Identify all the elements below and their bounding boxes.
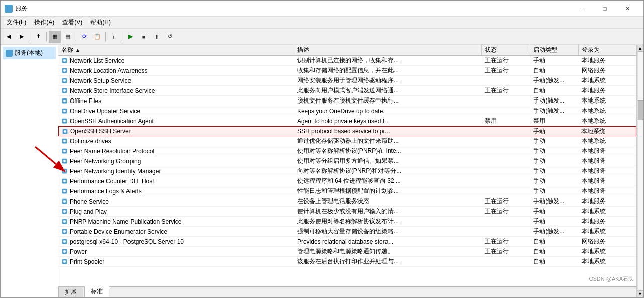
sidebar-item-label: 服务(本地) xyxy=(15,49,43,57)
menu-view[interactable]: 查看(V) xyxy=(58,17,86,28)
toolbar-stop[interactable]: ■ xyxy=(138,31,150,43)
col-header-desc[interactable]: 描述 xyxy=(294,45,482,55)
toolbar-back[interactable]: ◀ xyxy=(3,31,15,43)
scroll-up-btn[interactable]: ▲ xyxy=(637,45,644,52)
td-name: Performance Counter DLL Host xyxy=(58,176,294,186)
maximize-button[interactable]: □ xyxy=(593,1,616,17)
table-row[interactable]: Network Store Interface Service 此服务向用户模式… xyxy=(58,86,636,96)
td-startup: 手动 xyxy=(530,146,578,156)
td-startup: 手动 xyxy=(530,207,578,216)
services-icon xyxy=(6,50,13,57)
scroll-down-btn[interactable]: ▼ xyxy=(637,290,644,297)
toolbar-pause[interactable]: ⏸ xyxy=(151,31,163,43)
td-status xyxy=(482,227,530,236)
table-row[interactable]: OpenSSH SSH Server SSH protocol based se… xyxy=(58,126,636,136)
menu-action[interactable]: 操作(A) xyxy=(30,17,58,28)
td-login: 本地系统 xyxy=(579,76,636,85)
window-title: 服务 xyxy=(16,4,28,13)
td-name: OpenSSH Authentication Agent xyxy=(58,116,294,126)
table-row[interactable]: Performance Counter DLL Host 使远程程序和 64 位… xyxy=(58,176,636,186)
table-row[interactable]: Network Location Awareness 收集和存储网络的配置信息，… xyxy=(58,66,636,76)
td-startup: 手动 xyxy=(530,166,578,176)
toolbar-play[interactable]: ▶ xyxy=(124,31,137,43)
toolbar-separator-1 xyxy=(30,32,30,41)
menu-help[interactable]: 帮助(H) xyxy=(86,17,115,28)
table-row[interactable]: Plug and Play 使计算机在极少或没有用户输入的情... 正在运行 手… xyxy=(58,207,636,217)
table-body[interactable]: Network List Service 识别计算机已连接的网络，收集和存...… xyxy=(58,56,636,286)
table-row[interactable]: Offline Files 脱机文件服务在脱机文件缓存中执行... 手动(触发.… xyxy=(58,96,636,106)
toolbar-forward[interactable]: ▶ xyxy=(16,31,28,43)
tab-standard[interactable]: 标准 xyxy=(84,286,109,297)
td-name: Phone Service xyxy=(58,196,294,206)
table-row[interactable]: postgresql-x64-10 - PostgreSQL Server 10… xyxy=(58,237,636,247)
table-row[interactable]: Print Spooler 该服务在后台执行打印作业并处理与... 自动 本地系… xyxy=(58,257,636,267)
td-login: 本地服务 xyxy=(579,166,636,176)
td-status xyxy=(482,96,530,106)
table-row[interactable]: Portable Device Enumerator Service 强制可移动… xyxy=(58,227,636,237)
td-startup: 手动 xyxy=(530,127,578,136)
table-row[interactable]: OpenSSH Authentication Agent Agent to ho… xyxy=(58,116,636,126)
table-row[interactable]: Optimize drives 通过优化存储驱动器上的文件来帮助... 手动 本… xyxy=(58,136,636,146)
col-header-status[interactable]: 状态 xyxy=(482,45,530,55)
close-button[interactable]: ✕ xyxy=(616,1,639,17)
td-status: 正在运行 xyxy=(482,56,530,65)
sidebar-item-services[interactable]: 服务(本地) xyxy=(3,47,56,59)
td-status xyxy=(482,176,530,186)
table-row[interactable]: Network List Service 识别计算机已连接的网络，收集和存...… xyxy=(58,56,636,66)
title-bar-left: 服务 xyxy=(5,4,28,13)
row-service-icon xyxy=(61,87,68,94)
td-desc: Keeps your OneDrive up to date. xyxy=(294,106,482,116)
table-row[interactable]: Performance Logs & Alerts 性能日志和管理根据预配置的计… xyxy=(58,186,636,196)
td-desc: 收集和存储网络的配置信息，并在此... xyxy=(294,66,482,75)
toolbar-list[interactable]: ▤ xyxy=(62,31,74,43)
toolbar-export[interactable]: 📋 xyxy=(91,31,103,43)
td-desc: SSH protocol based service to pr... xyxy=(294,127,481,136)
scroll-track[interactable] xyxy=(637,52,643,290)
table-row[interactable]: Peer Name Resolution Protocol 使用对等名称解析协议… xyxy=(58,146,636,156)
row-service-icon xyxy=(61,118,68,124)
td-name: Power xyxy=(58,247,294,256)
td-startup: 手动(触发... xyxy=(530,106,578,116)
td-status xyxy=(482,166,530,176)
scroll-thumb[interactable] xyxy=(638,100,644,120)
sort-arrow: ▲ xyxy=(75,47,80,53)
svg-point-29 xyxy=(63,190,66,192)
tab-extended[interactable]: 扩展 xyxy=(58,286,83,297)
td-desc: 向对等名称解析协议(PNRP)和对等分... xyxy=(294,166,482,176)
table-row[interactable]: Peer Networking Identity Manager 向对等名称解析… xyxy=(58,166,636,176)
col-header-startup[interactable]: 启动类型 xyxy=(530,45,578,55)
td-startup: 手动 xyxy=(530,176,578,186)
td-desc: 使远程程序和 64 位进程能够查询 32 ... xyxy=(294,176,482,186)
table-row[interactable]: Peer Networking Grouping 使用对等分组启用多方通信。如果… xyxy=(58,156,636,166)
table-row[interactable]: OneDrive Updater Service Keeps your OneD… xyxy=(58,106,636,116)
minimize-button[interactable]: — xyxy=(570,1,593,17)
td-name: Peer Name Resolution Protocol xyxy=(58,146,294,156)
td-name: OneDrive Updater Service xyxy=(58,106,294,116)
col-header-name[interactable]: 名称 ▲ xyxy=(58,45,294,55)
toolbar-properties[interactable]: i xyxy=(108,31,120,43)
toolbar-refresh[interactable]: ⟳ xyxy=(78,31,90,43)
td-status xyxy=(482,76,530,85)
td-login: 本地服务 xyxy=(579,86,636,95)
table-row[interactable]: Power 管理电源策略和电源策略通知传递。 正在运行 自动 本地系统 xyxy=(58,247,636,257)
td-login: 本地系统 xyxy=(579,257,636,266)
td-status xyxy=(482,257,530,266)
table-row[interactable]: PNRP Machine Name Publication Service 此服… xyxy=(58,217,636,227)
td-status: 正在运行 xyxy=(482,66,530,75)
scrollbar[interactable]: ▲ ▼ xyxy=(636,45,643,297)
toolbar-restart[interactable]: ↺ xyxy=(164,31,176,43)
bottom-tabs: 扩展 标准 xyxy=(58,286,636,297)
toolbar-show-hide[interactable]: ▦ xyxy=(49,31,61,43)
svg-point-7 xyxy=(63,79,66,82)
table-row[interactable]: Network Setup Service 网络安装服务用于管理网络驱动程序..… xyxy=(58,76,636,86)
col-header-login[interactable]: 登录为 xyxy=(579,45,636,55)
table-row[interactable]: Phone Service 在设备上管理电话服务状态 正在运行 手动(触发...… xyxy=(58,196,636,207)
menu-file[interactable]: 文件(F) xyxy=(3,17,30,28)
td-startup: 手动(触发... xyxy=(530,227,578,236)
td-login: 本地服务 xyxy=(579,217,636,226)
toolbar-up[interactable]: ⬆ xyxy=(32,31,44,43)
td-name: OpenSSH SSH Server xyxy=(59,127,294,136)
svg-point-43 xyxy=(63,260,66,263)
row-service-icon xyxy=(61,248,68,255)
td-login: 本地服务 xyxy=(579,186,636,196)
